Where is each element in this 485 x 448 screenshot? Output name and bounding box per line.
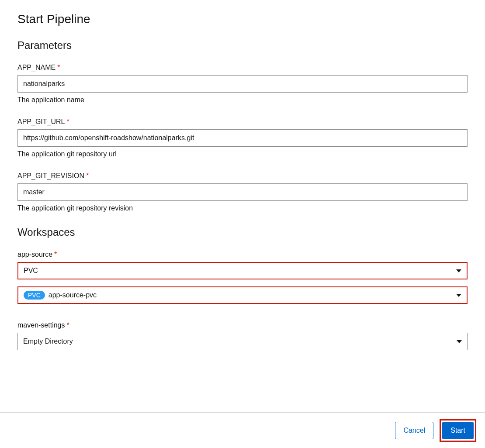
app-name-group: APP_NAME* The application name	[17, 64, 468, 104]
footer: Cancel Start	[0, 412, 485, 448]
app-source-group: app-source* PVC PVC app-source-pvc	[17, 251, 468, 304]
caret-down-icon	[457, 340, 462, 343]
page-title: Start Pipeline	[17, 12, 468, 26]
required-mark: *	[54, 251, 57, 258]
app-name-label-text: APP_NAME	[17, 64, 55, 71]
maven-settings-group: maven-settings* Empty Directory	[17, 321, 468, 350]
app-git-url-label: APP_GIT_URL*	[17, 118, 468, 126]
required-mark: *	[86, 172, 89, 179]
app-source-label-text: app-source	[17, 251, 52, 258]
maven-settings-value: Empty Directory	[23, 338, 73, 345]
app-git-revision-label-text: APP_GIT_REVISION	[17, 172, 84, 179]
caret-down-icon	[456, 294, 461, 297]
app-name-input[interactable]	[17, 75, 468, 93]
app-git-revision-group: APP_GIT_REVISION* The application git re…	[17, 172, 468, 212]
required-mark: *	[66, 118, 69, 125]
app-source-pvc-name: app-source-pvc	[48, 291, 97, 299]
app-source-label: app-source*	[17, 251, 468, 258]
start-button[interactable]: Start	[442, 422, 474, 439]
app-source-type-value: PVC	[24, 267, 38, 275]
cancel-button[interactable]: Cancel	[395, 422, 433, 439]
app-source-type-dropdown[interactable]: PVC	[17, 262, 468, 279]
start-button-highlight: Start	[440, 419, 476, 442]
maven-settings-label-text: maven-settings	[17, 321, 65, 329]
app-source-pvc-dropdown[interactable]: PVC app-source-pvc	[17, 286, 468, 304]
maven-settings-dropdown[interactable]: Empty Directory	[17, 333, 468, 350]
app-git-url-help: The application git repository url	[17, 150, 468, 158]
maven-settings-label: maven-settings*	[17, 321, 468, 329]
app-git-revision-help: The application git repository revision	[17, 204, 468, 212]
parameters-section-title: Parameters	[17, 39, 468, 52]
app-git-url-label-text: APP_GIT_URL	[17, 118, 65, 125]
required-mark: *	[57, 64, 60, 71]
app-git-revision-label: APP_GIT_REVISION*	[17, 172, 468, 180]
app-git-url-input[interactable]	[17, 129, 468, 147]
app-name-help: The application name	[17, 96, 468, 104]
required-mark: *	[67, 321, 69, 329]
pvc-badge: PVC	[24, 291, 45, 300]
workspaces-section-title: Workspaces	[17, 226, 468, 238]
app-name-label: APP_NAME*	[17, 64, 468, 72]
caret-down-icon	[456, 269, 461, 272]
app-git-url-group: APP_GIT_URL* The application git reposit…	[17, 118, 468, 158]
app-git-revision-input[interactable]	[17, 183, 468, 201]
